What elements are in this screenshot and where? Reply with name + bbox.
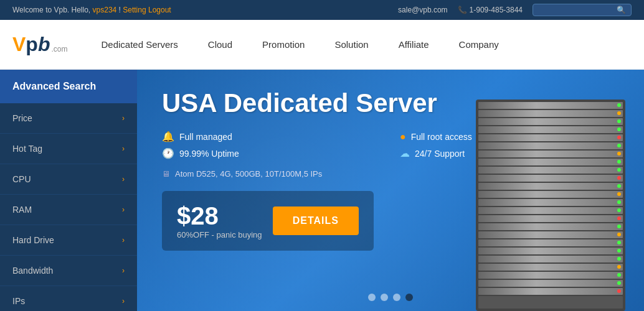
cloud-icon: ☁ (400, 147, 410, 159)
topbar: Welcome to Vpb. Hello, vps234 ! Setting … (0, 0, 644, 20)
dot-icon: ● (400, 131, 406, 142)
feature-root-text: Full root access (411, 132, 472, 142)
phone-container: 📞 1-909-485-3844 (458, 6, 523, 14)
nav-promotion[interactable]: Promotion (247, 20, 320, 70)
chevron-right-icon: › (122, 266, 125, 275)
price-discount: 60%OFF - panic buying (177, 230, 262, 239)
sidebar-item-hard-drive[interactable]: Hard Drive › (0, 225, 137, 256)
carousel-dots (368, 294, 413, 301)
setting-link[interactable]: Setting (123, 6, 146, 14)
email-text: sale@vpb.com (398, 6, 448, 14)
svg-rect-47 (478, 288, 623, 295)
spec-text: Atom D525, 4G, 500GB, 10T/100M,5 IPs (175, 169, 322, 179)
nav-solution[interactable]: Solution (320, 20, 383, 70)
sidebar-ram-label: RAM (12, 205, 32, 215)
sidebar-item-bandwidth[interactable]: Bandwidth › (0, 256, 137, 286)
dot-4[interactable] (405, 294, 413, 301)
svg-rect-45 (478, 280, 623, 287)
nav-cloud[interactable]: Cloud (193, 20, 247, 70)
sidebar-item-ram[interactable]: RAM › (0, 195, 137, 225)
feature-support: ☁ 24/7 Support (400, 147, 619, 159)
sidebar-price-label: Price (12, 113, 32, 123)
search-box[interactable]: 🔍 (533, 4, 632, 16)
feature-support-text: 24/7 Support (415, 149, 465, 159)
search-icon: 🔍 (617, 6, 626, 14)
logo-v: V (12, 33, 26, 55)
clock-icon: 🕐 (162, 147, 174, 159)
nav-dedicated-servers[interactable]: Dedicated Servers (86, 20, 192, 70)
svg-rect-49 (478, 296, 623, 309)
dot-3[interactable] (393, 294, 400, 301)
username-link[interactable]: vps234 (93, 6, 117, 14)
sidebar-hottag-label: Hot Tag (12, 144, 42, 154)
feature-uptime: 🕐 99.99% Uptime (162, 147, 381, 159)
chevron-right-icon: › (122, 175, 125, 183)
sidebar-item-ips[interactable]: IPs › (0, 286, 137, 311)
search-input[interactable] (538, 6, 613, 14)
hero-content: USA Dedicated Server 🔔 Full managed ● Fu… (162, 88, 619, 251)
main-content: Advanced Search Price › Hot Tag › CPU › … (0, 70, 644, 311)
chevron-right-icon: › (122, 114, 125, 123)
sidebar-item-hot-tag[interactable]: Hot Tag › (0, 134, 137, 164)
dot-1[interactable] (368, 294, 376, 301)
logo-com: .com (51, 45, 67, 53)
sidebar-harddrive-label: Hard Drive (12, 235, 54, 245)
bell-icon: 🔔 (162, 131, 174, 142)
nav-affiliate[interactable]: Affiliate (384, 20, 444, 70)
navbar: Vpb .com Dedicated Servers Cloud Promoti… (0, 20, 644, 70)
chevron-right-icon: › (122, 144, 125, 153)
svg-rect-43 (478, 272, 623, 279)
sidebar: Advanced Search Price › Hot Tag › CPU › … (0, 70, 137, 311)
logo-text: Vpb (12, 33, 50, 56)
svg-point-42 (617, 265, 621, 269)
phone-icon: 📞 (458, 6, 467, 14)
feature-full-root: ● Full root access (400, 131, 619, 142)
svg-rect-39 (478, 256, 623, 262)
hero-spec: 🖥 Atom D525, 4G, 500GB, 10T/100M,5 IPs (162, 169, 619, 179)
dot-2[interactable] (381, 294, 388, 301)
hero-banner: USA Dedicated Server 🔔 Full managed ● Fu… (137, 70, 644, 311)
promo-price: $28 60%OFF - panic buying (177, 202, 262, 239)
topbar-welcome: Welcome to Vpb. Hello, vps234 ! Setting … (12, 6, 171, 14)
chevron-right-icon: › (122, 236, 125, 244)
sidebar-bandwidth-label: Bandwidth (12, 266, 53, 276)
sidebar-cpu-label: CPU (12, 174, 31, 184)
logout-link[interactable]: Logout (148, 6, 171, 14)
svg-rect-41 (478, 264, 623, 271)
feature-managed-text: Full managed (179, 132, 232, 142)
topbar-right: sale@vpb.com 📞 1-909-485-3844 🔍 (398, 4, 632, 16)
svg-point-40 (617, 257, 621, 261)
sidebar-ips-label: IPs (12, 296, 25, 306)
feature-full-managed: 🔔 Full managed (162, 131, 381, 142)
details-button[interactable]: DETAILS (273, 207, 359, 235)
sidebar-item-price[interactable]: Price › (0, 103, 137, 134)
logo-pb: p (26, 33, 38, 55)
logo[interactable]: Vpb .com (12, 33, 67, 56)
svg-point-48 (617, 289, 621, 293)
nav-links: Dedicated Servers Cloud Promotion Soluti… (86, 20, 632, 70)
chevron-right-icon: › (122, 297, 125, 305)
hero-features: 🔔 Full managed ● Full root access 🕐 99.9… (162, 131, 619, 159)
promo-box: $28 60%OFF - panic buying DETAILS (162, 191, 374, 251)
sidebar-title: Advanced Search (0, 70, 137, 103)
chevron-right-icon: › (122, 205, 125, 214)
hello-text: Hello, (72, 6, 91, 14)
welcome-text: Welcome to Vpb. (12, 6, 69, 14)
nav-company[interactable]: Company (444, 20, 514, 70)
svg-point-44 (617, 273, 621, 277)
phone-number: 1-909-485-3844 (470, 6, 523, 14)
sidebar-item-cpu[interactable]: CPU › (0, 164, 137, 195)
price-amount: $28 (177, 202, 262, 230)
logo-b: b (38, 33, 50, 55)
hero-title: USA Dedicated Server (162, 88, 619, 118)
feature-uptime-text: 99.99% Uptime (179, 149, 239, 159)
svg-point-46 (617, 281, 621, 285)
monitor-icon: 🖥 (162, 169, 170, 179)
